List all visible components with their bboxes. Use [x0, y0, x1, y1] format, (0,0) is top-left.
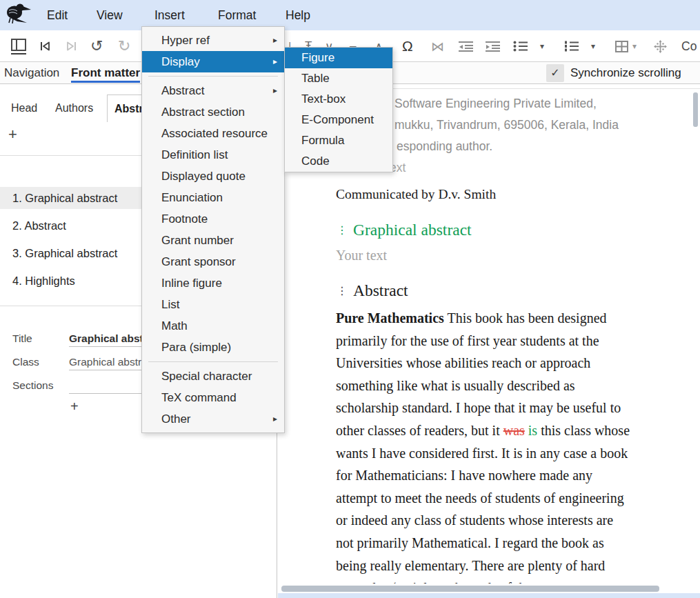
menu-item-tex-command[interactable]: TeX command	[142, 387, 284, 408]
app-logo-bird-icon	[3, 2, 34, 28]
submenu-item-text-box[interactable]: Text-box	[285, 89, 392, 110]
vertical-scrollbar[interactable]	[693, 92, 698, 127]
abstract-heading[interactable]: ⋮ Abstract	[337, 281, 408, 300]
menu-item-associated-resource[interactable]: Associated resource	[142, 123, 284, 144]
submenu-item-e-component[interactable]: E-Component	[285, 110, 392, 130]
synchronize-scrolling-checkbox[interactable]: ✓	[546, 64, 564, 82]
caret-down-icon[interactable]: ▾	[540, 30, 544, 62]
application-window: Edit View Insert Format Help ↺ ↻ ⊥ Ŧ ∨ –…	[0, 0, 700, 598]
tab-front-matter[interactable]: Front matter	[71, 63, 140, 83]
submenu-item-figure[interactable]: Figure	[285, 48, 392, 68]
toggle-panel-icon[interactable]	[11, 30, 26, 62]
section-menu-icon[interactable]: ⋮	[337, 223, 348, 237]
menu-item-footnote[interactable]: Footnote	[142, 208, 284, 230]
redo-icon[interactable]: ↻	[118, 30, 130, 62]
title-label: Title	[12, 330, 32, 347]
menu-item-display[interactable]: Display	[142, 51, 284, 72]
menu-item-abstract-section[interactable]: Abstract section	[142, 101, 284, 123]
submenu-item-table[interactable]: Table	[285, 68, 392, 89]
communicated-by-line[interactable]: Communicated by D.v. Smith	[336, 187, 496, 202]
add-section-button[interactable]: +	[70, 398, 79, 415]
text-placeholder[interactable]: Your text	[336, 248, 387, 263]
corresponding-author-line[interactable]: esponding author.	[397, 139, 492, 154]
skip-next-icon[interactable]	[66, 30, 77, 62]
bullet-list-icon[interactable]	[513, 30, 528, 62]
paragraph-segment-normal: this class whose wants I have considered…	[336, 423, 630, 595]
menu-item-hyper-ref[interactable]: Hyper ref	[142, 30, 284, 51]
sidebar-tab-head[interactable]: Head	[11, 94, 37, 122]
undo-icon[interactable]: ↺	[90, 30, 103, 62]
special-character-icon[interactable]: Ω	[402, 30, 413, 62]
menu-item-grant-sponsor[interactable]: Grant sponsor	[142, 251, 284, 272]
submenu-arrow-icon	[273, 408, 277, 430]
menu-item-para-simple[interactable]: Para (simple)	[142, 337, 284, 358]
menu-item-enunciation[interactable]: Enunciation	[142, 187, 284, 208]
move-anchor-icon[interactable]	[654, 30, 667, 62]
submenu-item-code[interactable]: Code	[285, 151, 392, 172]
section-menu-icon[interactable]: ⋮	[337, 284, 348, 297]
menubar: Edit View Insert Format Help	[0, 0, 700, 30]
add-tab-button[interactable]: +	[8, 126, 25, 143]
graphical-abstract-heading[interactable]: ⋮ Graphical abstract	[337, 221, 472, 239]
horizontal-scrollbar[interactable]	[281, 586, 659, 592]
insert-menu: Hyper ref Display Abstract Abstract sect…	[141, 26, 285, 433]
abstract-paragraph[interactable]: Pure Mathematics This book has been desi…	[336, 307, 634, 598]
checkmark-icon: ✓	[550, 67, 559, 79]
tab-navigation[interactable]: Navigation	[4, 63, 59, 83]
menu-item-grant-number[interactable]: Grant number	[142, 230, 284, 251]
bowtie-icon[interactable]: ⋈	[431, 30, 444, 62]
caret-down-icon[interactable]: ▾	[632, 30, 637, 62]
menu-view[interactable]: View	[97, 0, 123, 30]
bottom-edge-strip	[278, 593, 700, 598]
submenu-arrow-icon	[273, 30, 277, 51]
sidebar-tab-authors[interactable]: Authors	[55, 94, 93, 122]
table-icon[interactable]	[615, 30, 628, 62]
class-label: Class	[12, 354, 39, 370]
submenu-item-formula[interactable]: Formula	[285, 130, 392, 151]
menu-item-special-character[interactable]: Special character	[142, 366, 284, 387]
menu-item-abstract[interactable]: Abstract	[142, 80, 284, 101]
menu-item-list[interactable]: List	[142, 294, 284, 315]
indent-icon[interactable]	[485, 30, 501, 62]
numbered-list-icon[interactable]	[564, 30, 579, 62]
menu-separator	[148, 361, 278, 362]
submenu-arrow-icon	[273, 51, 277, 72]
menu-help[interactable]: Help	[286, 0, 310, 30]
paragraph-segment-normal: This book has been designed primarily fo…	[336, 310, 621, 438]
menu-item-other[interactable]: Other	[142, 408, 284, 430]
display-submenu: Figure Table Text-box E-Component Formul…	[284, 47, 393, 172]
outdent-icon[interactable]	[458, 30, 474, 62]
sections-label: Sections	[12, 377, 53, 394]
caret-down-icon[interactable]: ▾	[591, 30, 595, 62]
menu-item-definition-list[interactable]: Definition list	[142, 144, 284, 166]
overflow-button[interactable]: Co	[681, 30, 697, 62]
paragraph-segment-bold: Pure Mathematics	[336, 310, 444, 326]
paragraph-segment-inserted: is	[528, 423, 537, 438]
menu-separator	[148, 76, 278, 77]
synchronize-scrolling-label: Synchronize scrolling	[570, 63, 681, 83]
menu-item-displayed-quote[interactable]: Displayed quote	[142, 166, 284, 187]
paragraph-segment-deleted: was	[503, 423, 525, 438]
menu-item-inline-figure[interactable]: Inline figure	[142, 272, 284, 294]
menu-item-math[interactable]: Math	[142, 315, 284, 337]
affiliation-line[interactable]: mukku, Trivandrum, 695006, Kerala, India	[394, 117, 619, 132]
menu-edit[interactable]: Edit	[47, 0, 68, 30]
skip-previous-icon[interactable]	[39, 30, 51, 62]
affiliation-line[interactable]: Software Engineering Private Limited,	[394, 96, 597, 111]
submenu-arrow-icon	[273, 80, 277, 101]
